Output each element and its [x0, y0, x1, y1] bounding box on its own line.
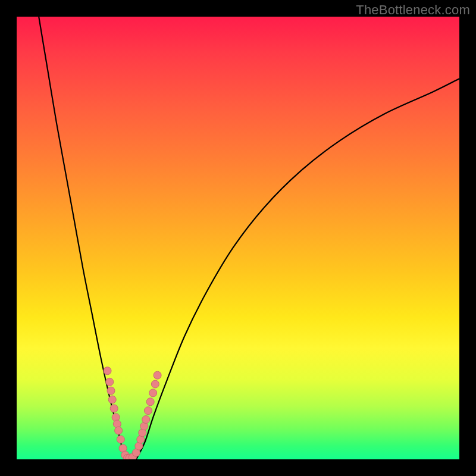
scatter-point	[149, 389, 157, 397]
plot-area	[17, 17, 459, 459]
scatter-point	[107, 387, 115, 394]
scatter-point	[110, 405, 118, 412]
scatter-point	[154, 371, 161, 379]
scatter-point	[104, 367, 111, 375]
scatter-point	[146, 398, 154, 406]
right-branch-curve	[136, 79, 459, 459]
scatter-point	[115, 427, 123, 434]
scatter-point	[106, 378, 114, 386]
scatter-points	[104, 367, 161, 459]
scatter-point	[117, 436, 124, 443]
chart-svg	[17, 17, 459, 459]
watermark-text: TheBottleneck.com	[356, 2, 470, 18]
outer-frame: TheBottleneck.com	[0, 0, 476, 476]
scatter-point	[151, 380, 159, 388]
scatter-point	[144, 407, 152, 415]
scatter-point	[108, 396, 116, 403]
scatter-point	[142, 416, 150, 424]
